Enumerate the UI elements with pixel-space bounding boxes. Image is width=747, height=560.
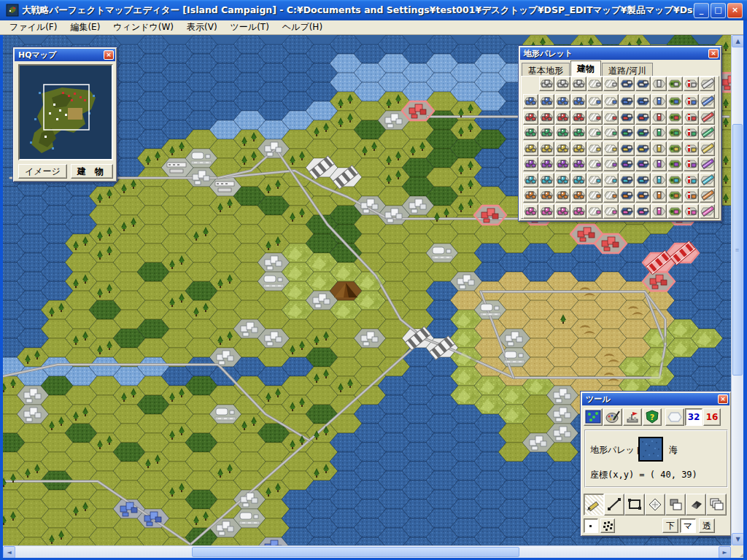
copy-tool-button[interactable] <box>665 494 686 516</box>
palette-tile[interactable] <box>667 94 683 109</box>
palette-tile[interactable] <box>651 157 667 171</box>
palette-tile[interactable] <box>603 94 619 109</box>
palette-tile[interactable] <box>603 173 619 187</box>
palette-tile[interactable] <box>523 94 538 109</box>
palette-tile[interactable] <box>523 125 538 140</box>
palette-tile[interactable] <box>667 125 683 140</box>
palette-tile[interactable] <box>539 94 554 109</box>
fill-tool-button[interactable] <box>645 494 665 516</box>
palette-tile[interactable] <box>667 188 683 203</box>
palette-tile[interactable] <box>619 157 635 171</box>
palette-tile[interactable] <box>684 141 699 156</box>
palette-tile[interactable] <box>571 94 587 109</box>
palette-tile[interactable] <box>651 188 667 203</box>
menu-item-1[interactable]: 編集(E) <box>63 20 107 35</box>
size-32-button[interactable]: 32 <box>685 408 703 426</box>
map-canvas[interactable]: HQマップ × <box>3 35 731 545</box>
vertical-scroll-thumb[interactable]: ≡ <box>732 124 743 376</box>
palette-tile[interactable] <box>587 94 603 109</box>
minimize-button[interactable]: _ <box>694 3 709 18</box>
minimap[interactable] <box>18 64 113 160</box>
palette-tile[interactable] <box>635 125 651 140</box>
palette-tile[interactable] <box>603 125 619 140</box>
palette-tile[interactable] <box>523 173 538 187</box>
palette-tile[interactable] <box>635 204 651 219</box>
menu-item-4[interactable]: ツール(T) <box>224 20 276 35</box>
palette-tile[interactable] <box>555 141 570 156</box>
palette-tile[interactable] <box>684 125 699 140</box>
rectangle-tool-button[interactable] <box>624 494 645 516</box>
palette-tile[interactable] <box>603 110 619 125</box>
palette-tile[interactable] <box>667 204 683 219</box>
palette-tile[interactable] <box>684 157 699 171</box>
palette-tile[interactable] <box>684 204 699 219</box>
hex-shape-button[interactable] <box>665 408 684 426</box>
palette-tile[interactable] <box>571 77 587 91</box>
palette-tile[interactable] <box>555 110 570 125</box>
palette-tile[interactable] <box>651 77 667 91</box>
line-tool-button[interactable] <box>604 494 624 516</box>
pencil-tool-button[interactable] <box>584 494 604 516</box>
size-16-button[interactable]: 16 <box>703 408 721 426</box>
palette-tile[interactable] <box>651 173 667 187</box>
flag-castle-button[interactable] <box>623 408 642 426</box>
palette-tile[interactable] <box>587 110 603 125</box>
palette-tile[interactable] <box>539 77 554 91</box>
palette-tile[interactable] <box>635 77 651 91</box>
palette-tile[interactable] <box>587 77 603 91</box>
palette-tile[interactable] <box>684 77 699 91</box>
palette-tile[interactable] <box>539 173 554 187</box>
palette-tile[interactable] <box>651 125 667 140</box>
palette-tile[interactable] <box>619 188 635 203</box>
single-dot-button[interactable] <box>584 518 598 533</box>
palette-tile[interactable] <box>523 204 538 219</box>
palette-tile[interactable] <box>603 204 619 219</box>
palette-tile[interactable] <box>603 157 619 171</box>
palette-tile[interactable] <box>587 141 603 156</box>
palette-tile[interactable] <box>700 157 715 171</box>
palette-tile[interactable] <box>539 125 554 140</box>
palette-tile[interactable] <box>555 173 570 187</box>
scroll-left-button[interactable]: ◄ <box>3 546 15 559</box>
palette-tile[interactable] <box>651 204 667 219</box>
palette-tile[interactable] <box>587 157 603 171</box>
palette-tile[interactable] <box>571 173 587 187</box>
palette-tile[interactable] <box>700 77 715 91</box>
palette-tile[interactable] <box>603 77 619 91</box>
palette-tile[interactable] <box>651 94 667 109</box>
help-shield-button[interactable]: ? <box>643 408 662 426</box>
palette-tile[interactable] <box>667 110 683 125</box>
palette-tile[interactable] <box>571 204 587 219</box>
palette-tile[interactable] <box>700 125 715 140</box>
palette-tile[interactable] <box>684 110 699 125</box>
palette-tile[interactable] <box>587 173 603 187</box>
palette-tile[interactable] <box>539 157 554 171</box>
palette-tile[interactable] <box>619 125 635 140</box>
palette-tile[interactable] <box>555 125 570 140</box>
palette-tile[interactable] <box>571 188 587 203</box>
palette-tile[interactable] <box>651 110 667 125</box>
palette-tile[interactable] <box>684 188 699 203</box>
close-button[interactable]: × <box>727 3 743 18</box>
mode-transparent-button[interactable]: 透 <box>699 518 715 533</box>
horizontal-scroll-thumb[interactable] <box>192 547 519 557</box>
hq-image-button[interactable]: イメージ <box>18 164 67 179</box>
palette-tile[interactable] <box>667 77 683 91</box>
maximize-button[interactable]: □ <box>711 3 726 18</box>
palette-tile[interactable] <box>523 141 538 156</box>
tools-window-titlebar[interactable]: ツール × <box>582 393 729 405</box>
palette-tile[interactable] <box>587 204 603 219</box>
palette-tile[interactable] <box>571 157 587 171</box>
palette-tile[interactable] <box>587 188 603 203</box>
palette-tile[interactable] <box>555 77 570 91</box>
palette-tile[interactable] <box>619 110 635 125</box>
palette-tile[interactable] <box>555 94 570 109</box>
eraser-tool-button[interactable] <box>686 494 706 516</box>
mode-ma-button[interactable]: マ <box>680 518 696 533</box>
palette-tab-0[interactable]: 基本地形 <box>522 63 570 76</box>
palette-tile[interactable] <box>684 94 699 109</box>
menu-item-5[interactable]: ヘルプ(H) <box>276 20 329 35</box>
scroll-up-button[interactable]: ▲ <box>732 35 744 47</box>
palette-tile[interactable] <box>619 204 635 219</box>
hq-window-titlebar[interactable]: HQマップ × <box>15 49 115 61</box>
